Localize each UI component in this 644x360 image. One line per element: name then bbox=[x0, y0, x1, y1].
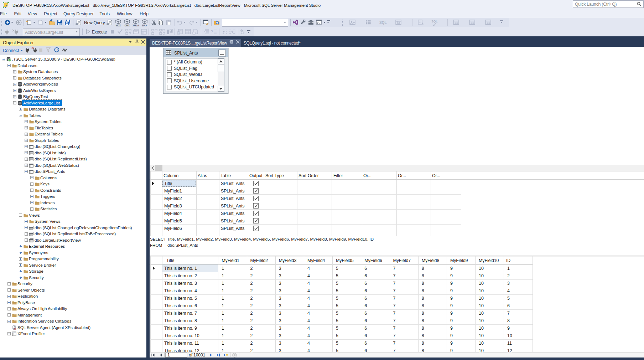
svg-text:DAX: DAX bbox=[142, 24, 147, 27]
svg-text:SQL: SQL bbox=[379, 21, 387, 25]
svg-text:SQL: SQL bbox=[431, 20, 437, 23]
svg-text:XMLA: XMLA bbox=[133, 24, 139, 27]
svg-text:DMX: DMX bbox=[125, 24, 130, 27]
svg-text:?: ? bbox=[211, 30, 213, 34]
svg-text:01: 01 bbox=[178, 32, 180, 34]
svg-text:MDX: MDX bbox=[116, 24, 121, 27]
